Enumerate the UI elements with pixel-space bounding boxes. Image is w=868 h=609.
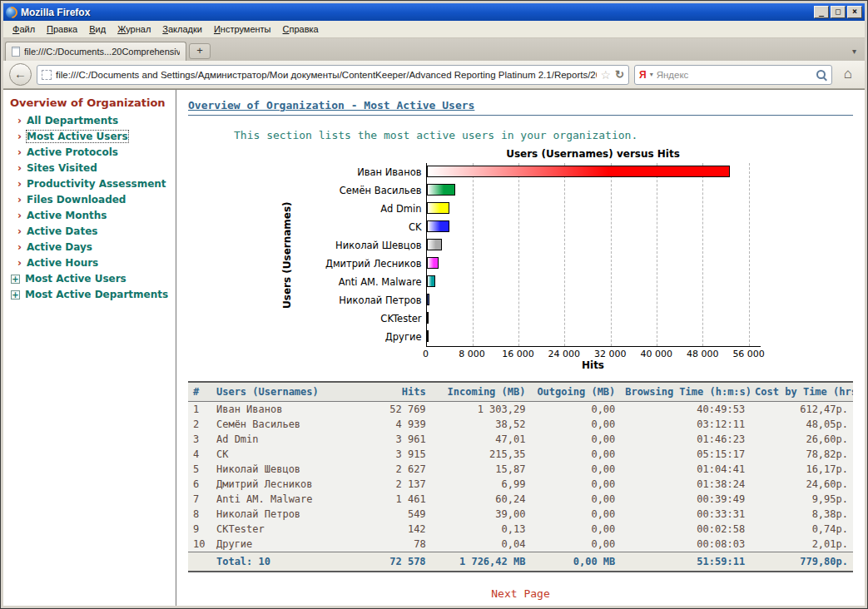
page-content: Overview of Organization ›All Department… xyxy=(3,89,865,606)
sidebar-item-1[interactable]: ›Most Active Users xyxy=(10,129,172,145)
table-row: 7Anti AM. Malware1 46160,240,0000:39:499… xyxy=(188,492,853,507)
chart-x-tick: 56 000 xyxy=(732,349,765,359)
menu-item-6[interactable]: Справка xyxy=(277,22,325,37)
table-cell: 0,00 xyxy=(530,462,620,477)
sidebar-item-11[interactable]: +Most Active Departments xyxy=(10,287,172,303)
report-sidebar: Overview of Organization ›All Department… xyxy=(3,90,176,606)
url-input[interactable] xyxy=(56,70,597,80)
table-cell: Николай Петров xyxy=(211,507,361,522)
chart-x-tick: 48 000 xyxy=(687,349,719,359)
sidebar-item-3[interactable]: ›Sites Visited xyxy=(10,161,172,176)
chart-bar-row xyxy=(427,236,761,255)
engine-dropdown-icon[interactable]: ▾ xyxy=(650,71,653,78)
sidebar-item-9[interactable]: ›Active Hours xyxy=(10,255,172,271)
chart-bar-row xyxy=(427,328,761,346)
table-total-cell: 51:59:11 xyxy=(620,552,750,572)
maximize-button[interactable]: □ xyxy=(831,6,846,18)
sidebar-item-5[interactable]: ›Files Downloaded xyxy=(10,192,172,208)
table-cell: 2 137 xyxy=(361,477,431,492)
bookmark-star-icon[interactable]: ☆ xyxy=(601,68,612,82)
menu-item-3[interactable]: Журнал xyxy=(112,22,156,37)
table-cell: 142 xyxy=(361,522,431,537)
bullet-arrow-icon: › xyxy=(17,241,22,253)
sidebar-item-6[interactable]: ›Active Months xyxy=(10,208,172,224)
chart-bar xyxy=(427,275,435,287)
table-cell: 01:04:41 xyxy=(620,462,750,477)
menu-item-5[interactable]: Инструменты xyxy=(208,22,277,37)
search-magnifier-icon[interactable] xyxy=(816,69,827,81)
window-title: Mozilla Firefox xyxy=(21,7,809,18)
search-input[interactable] xyxy=(657,70,812,80)
tree-expand-plus-icon[interactable]: + xyxy=(11,290,20,300)
chart-bar-row xyxy=(427,181,761,200)
menu-item-2[interactable]: Вид xyxy=(83,22,112,37)
sidebar-item-8[interactable]: ›Active Days xyxy=(10,240,172,255)
sidebar-item-label: Productivity Assessment xyxy=(27,178,166,190)
chart-x-tick: 40 000 xyxy=(640,349,672,359)
chart-category-label: CK xyxy=(300,218,426,236)
menu-item-0[interactable]: Файл xyxy=(7,22,41,37)
list-all-tabs-icon[interactable]: ▾ xyxy=(849,47,860,61)
sidebar-item-0[interactable]: ›All Departments xyxy=(10,113,172,129)
table-cell: 3 915 xyxy=(361,447,431,462)
report-table: #Users (Usernames)HitsIncoming (MB)Outgo… xyxy=(188,381,853,572)
table-cell: Семён Васильев xyxy=(211,417,361,432)
home-button[interactable]: ⌂ xyxy=(837,64,859,86)
table-cell: 39,00 xyxy=(431,507,531,522)
report-main: Overview of Organization - Most Active U… xyxy=(176,90,865,606)
new-tab-button[interactable]: + xyxy=(189,43,211,59)
bullet-arrow-icon: › xyxy=(17,146,22,158)
menu-item-4[interactable]: Закладки xyxy=(156,22,208,37)
sidebar-item-10[interactable]: +Most Active Users xyxy=(10,271,172,287)
table-total-cell: 1 726,42 MB xyxy=(431,552,531,572)
minimize-button[interactable]: _ xyxy=(814,6,829,18)
chart-x-tick: 16 000 xyxy=(502,349,534,359)
tab-bar: file:///C:/Documents...20Comprehensive.h… xyxy=(3,38,865,61)
tree-expand-plus-icon[interactable]: + xyxy=(11,275,20,284)
table-cell: 47,01 xyxy=(431,432,531,447)
back-button[interactable]: ← xyxy=(9,63,32,86)
tab-active[interactable]: file:///C:/Documents...20Comprehensive.h… xyxy=(5,42,186,61)
table-cell: 3 961 xyxy=(361,432,431,447)
table-cell: 00:02:58 xyxy=(620,522,750,537)
sidebar-item-label: Active Protocols xyxy=(27,146,118,158)
table-cell: 03:12:11 xyxy=(620,417,750,432)
menu-item-1[interactable]: Правка xyxy=(41,22,83,37)
sidebar-item-4[interactable]: ›Productivity Assessment xyxy=(10,176,172,192)
firefox-window: Mozilla Firefox _ □ × ФайлПравкаВидЖурна… xyxy=(0,0,868,609)
page-title: Overview of Organization - Most Active U… xyxy=(188,99,474,111)
chart-y-axis-label: Users (Usernames) xyxy=(281,163,300,347)
table-row: 4CK3 915215,350,0005:15:1778,82р. xyxy=(188,447,853,462)
table-cell: 00:33:31 xyxy=(620,507,750,522)
url-bar[interactable]: ☆ ↻ xyxy=(37,65,629,85)
sidebar-nav: ›All Departments›Most Active Users›Activ… xyxy=(10,113,172,303)
chart-title: Users (Usernames) versus Hits xyxy=(426,148,761,160)
close-button[interactable]: × xyxy=(847,6,862,18)
yandex-engine-icon[interactable]: Я xyxy=(639,69,647,81)
section-description: This section lists the most active users… xyxy=(234,129,853,141)
table-cell: 0,00 xyxy=(530,507,620,522)
heading-rule: Overview of Organization - Most Active U… xyxy=(188,97,853,116)
table-cell: 8 xyxy=(188,507,211,522)
table-cell: 38,52 xyxy=(431,417,531,432)
table-cell: Иван Иванов xyxy=(211,402,361,418)
table-cell: 26,60р. xyxy=(750,432,853,447)
next-page-link[interactable]: Next Page xyxy=(188,587,853,600)
table-total-cell: 0,00 MB xyxy=(530,552,620,572)
chart-x-ticks: 08 00016 00024 00032 00040 00048 00056 0… xyxy=(426,347,761,359)
sidebar-item-7[interactable]: ›Active Dates xyxy=(10,224,172,240)
table-header-cell: Cost by Time (hrs) xyxy=(750,382,853,402)
sidebar-item-label: All Departments xyxy=(27,115,118,126)
sidebar-item-2[interactable]: ›Active Protocols xyxy=(10,145,172,161)
table-cell: 01:46:23 xyxy=(620,432,750,447)
table-cell: Николай Шевцов xyxy=(211,462,361,477)
table-cell: 8,38р. xyxy=(750,507,853,522)
table-total-cell xyxy=(188,552,211,572)
bullet-arrow-icon: › xyxy=(17,162,22,174)
table-header-cell: Hits xyxy=(361,382,431,402)
tab-label: file:///C:/Documents...20Comprehensive.h… xyxy=(24,47,180,57)
reload-icon[interactable]: ↻ xyxy=(615,68,624,81)
table-header-row: #Users (Usernames)HitsIncoming (MB)Outgo… xyxy=(188,382,853,402)
title-bar[interactable]: Mozilla Firefox _ □ × xyxy=(3,3,865,21)
search-bar[interactable]: Я ▾ xyxy=(634,65,832,85)
